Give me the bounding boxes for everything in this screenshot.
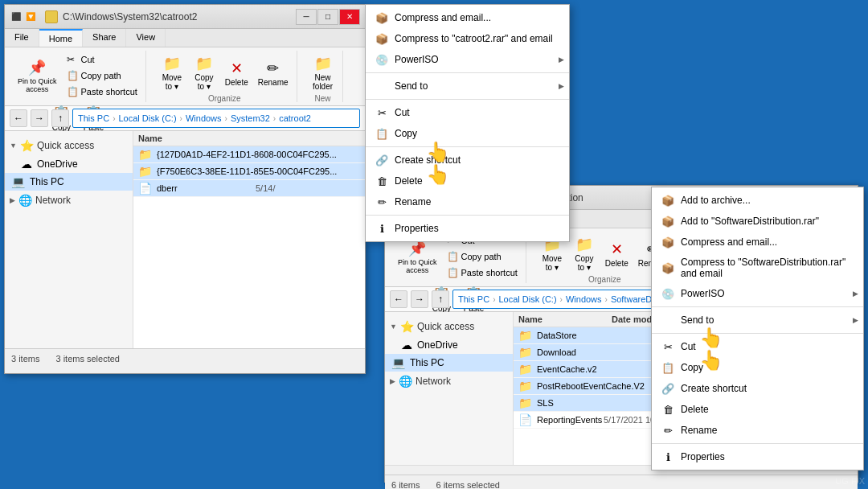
- copy-path-button-1[interactable]: 📋 Copy path: [63, 68, 141, 83]
- network-arrow-2: ▶: [390, 377, 395, 385]
- ctx2-delete[interactable]: 🗑 Delete: [652, 399, 863, 420]
- ctx-create-shortcut-icon: 🔗: [375, 154, 388, 166]
- ctx2-copy[interactable]: 📋 Copy: [652, 357, 863, 378]
- ctx2-sep-1: [652, 306, 863, 307]
- path-local-disk-1[interactable]: Local Disk (C:): [118, 113, 176, 123]
- up-button-1[interactable]: ↑: [51, 109, 69, 127]
- sidebar-item-onedrive-1[interactable]: ☁ OneDrive: [5, 155, 133, 173]
- minimize-button-1[interactable]: ─: [296, 9, 317, 25]
- file-name-sls: SLS: [537, 398, 660, 408]
- file-icon-2: 📄: [518, 413, 532, 426]
- copy-to-button-1[interactable]: 📁 Copyto ▾: [190, 52, 219, 92]
- pin-quickaccess-button-2[interactable]: 📌 Pin to Quickaccess: [395, 237, 440, 276]
- path-windows-2[interactable]: Windows: [566, 294, 602, 304]
- cut-button-1[interactable]: ✂ Cut: [63, 52, 141, 67]
- ctx2-cut[interactable]: ✂ Cut: [652, 336, 863, 357]
- copy-path-button-2[interactable]: 📋 Copy path: [444, 249, 521, 264]
- address-path-1[interactable]: This PC › Local Disk (C:) › Windows › Sy…: [72, 109, 360, 128]
- sidebar-item-network-1[interactable]: ▶ 🌐 Network: [5, 191, 133, 210]
- ctx-send-to-icon: [375, 80, 388, 92]
- ctx2-send-to[interactable]: Send to: [652, 310, 863, 331]
- ctx-send-to[interactable]: Send to: [366, 76, 569, 97]
- ctx2-add-archive-label: Add to archive...: [681, 195, 751, 206]
- ctx2-copy-icon: 📋: [661, 361, 674, 374]
- file-name-ds: DataStore: [537, 331, 668, 340]
- back-button-1[interactable]: ←: [10, 109, 27, 127]
- ctx2-add-archive[interactable]: 📦 Add to archive...: [652, 190, 863, 211]
- ctx-compress-email[interactable]: 📦 Compress and email...: [366, 7, 569, 28]
- path-system32[interactable]: System32: [231, 113, 270, 123]
- new-folder-label: Newfolder: [313, 73, 333, 91]
- ctx2-create-shortcut-label: Create shortcut: [681, 383, 747, 394]
- forward-button-1[interactable]: →: [31, 109, 48, 127]
- new-folder-button-1[interactable]: 📁 Newfolder: [309, 52, 338, 92]
- delete-button-1[interactable]: ✕ Delete: [222, 57, 252, 88]
- ctx2-rename[interactable]: ✏ Rename: [652, 420, 863, 441]
- up-button-2[interactable]: ↑: [432, 290, 449, 308]
- ctx2-compress-to-email[interactable]: 📦 Compress to "SoftwareDistribution.rar"…: [652, 253, 863, 283]
- move-to-button-1[interactable]: 📁 Moveto ▾: [158, 52, 186, 92]
- ctx2-create-shortcut[interactable]: 🔗 Create shortcut: [652, 378, 863, 399]
- path-catroot2[interactable]: catroot2: [279, 113, 311, 123]
- delete-button-2[interactable]: ✕ Delete: [602, 238, 632, 269]
- path-this-pc-1[interactable]: This PC: [78, 113, 109, 123]
- ctx-compress-to-email[interactable]: 📦 Compress to "catroot2.rar" and email: [366, 28, 569, 49]
- onedrive-label-1: OneDrive: [37, 158, 78, 170]
- ctx-poweriso[interactable]: 💿 PowerISO: [366, 49, 569, 70]
- status-selected-1: 3 items selected: [55, 354, 119, 364]
- ctx-copy[interactable]: 📋 Copy: [366, 123, 569, 144]
- sidebar-item-network-2[interactable]: ▶ 🌐 Network: [385, 372, 513, 391]
- sidebar-item-quick-access-2[interactable]: ▼ ⭐ Quick access: [385, 317, 513, 336]
- path-sep-2a: ›: [493, 295, 495, 304]
- paste-shortcut-icon: 📋: [67, 86, 78, 97]
- paste-shortcut-button-2[interactable]: 📋 Paste shortcut: [444, 265, 521, 280]
- sidebar-item-quick-access-1[interactable]: ▼ ⭐ Quick access: [5, 136, 133, 155]
- table-row[interactable]: 📁 {127D0A1D-4EF2-11D1-8608-00C04FC295...: [133, 146, 365, 163]
- ctx2-compress-email-icon: 📦: [661, 236, 674, 249]
- ctx2-add-to-rar[interactable]: 📦 Add to "SoftwareDistribution.rar": [652, 211, 863, 232]
- table-row[interactable]: 📁 {F750E6C3-38EE-11D1-85E5-00C04FC295...: [133, 163, 365, 180]
- table-row[interactable]: 📄 dberr 5/14/: [133, 180, 365, 197]
- sidebar-item-thispc-1[interactable]: 💻 This PC: [5, 173, 133, 191]
- delete-label: Delete: [225, 78, 248, 87]
- sidebar-item-onedrive-2[interactable]: ☁ OneDrive: [385, 336, 513, 354]
- ctx2-send-to-icon: [661, 314, 674, 327]
- forward-button-2[interactable]: →: [411, 290, 428, 308]
- path-local-disk-2[interactable]: Local Disk (C:): [498, 294, 556, 304]
- ctx2-compress-email[interactable]: 📦 Compress and email...: [652, 232, 863, 253]
- close-button-1[interactable]: ✕: [339, 9, 360, 25]
- ctx-properties[interactable]: ℹ Properties: [366, 218, 569, 239]
- back-button-2[interactable]: ←: [390, 290, 407, 308]
- tab-home-1[interactable]: Home: [39, 29, 83, 47]
- path-windows-1[interactable]: Windows: [186, 113, 222, 123]
- ctx-create-shortcut[interactable]: 🔗 Create shortcut: [366, 150, 569, 171]
- ctx2-poweriso[interactable]: 💿 PowerISO: [652, 283, 863, 304]
- quick-access-label-2: Quick access: [417, 321, 474, 332]
- rename-button-1[interactable]: ✏ Rename: [255, 57, 292, 88]
- organize-label-2: Organize: [588, 275, 621, 284]
- path-this-pc-2[interactable]: This PC: [458, 294, 489, 304]
- ctx-rename[interactable]: ✏ Rename: [366, 191, 569, 212]
- ctx2-cut-icon: ✂: [661, 340, 674, 353]
- ctx2-properties[interactable]: ℹ Properties: [652, 446, 863, 467]
- ctx-poweriso-label: PowerISO: [395, 54, 439, 65]
- tab-file-1[interactable]: File: [5, 29, 39, 47]
- organize-buttons-1: 📁 Moveto ▾ 📁 Copyto ▾ ✕ Delete ✏ Rename: [158, 52, 292, 92]
- status-count-2: 6 items: [391, 480, 420, 490]
- tab-share-1[interactable]: Share: [83, 29, 126, 47]
- ctx2-compress-to-email-label: Compress to "SoftwareDistribution.rar" a…: [681, 257, 847, 279]
- network-label-2: Network: [416, 376, 451, 387]
- sidebar-item-thispc-2[interactable]: 💻 This PC: [385, 354, 513, 372]
- maximize-button-1[interactable]: □: [317, 9, 338, 25]
- tab-view-1[interactable]: View: [126, 29, 166, 47]
- file-list-1: Name 📁 {127D0A1D-4EF2-11D1-8608-00C04FC2…: [133, 131, 365, 348]
- pin-quickaccess-button[interactable]: 📌 Pin to Quickaccess: [14, 56, 60, 95]
- paste-shortcut-button-1[interactable]: 📋 Paste shortcut: [63, 84, 141, 99]
- copy-to-button-2[interactable]: 📁 Copyto ▾: [570, 233, 599, 273]
- thispc-icon-1: 💻: [11, 175, 25, 188]
- ctx-delete[interactable]: 🗑 Delete: [366, 171, 569, 191]
- ctx-cut[interactable]: ✂ Cut: [366, 102, 569, 123]
- path-sep-2: ›: [180, 114, 182, 123]
- move-to-icon: 📁: [162, 54, 182, 73]
- move-to-label: Moveto ▾: [162, 73, 182, 91]
